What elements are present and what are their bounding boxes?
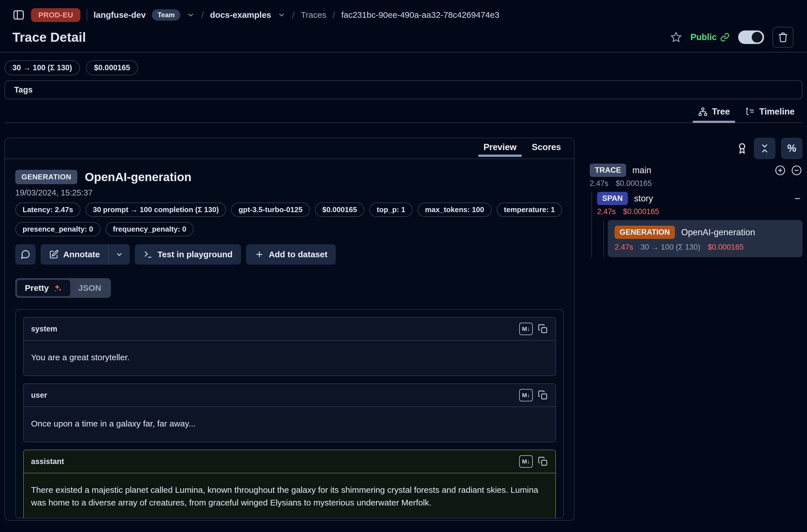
collapse-node-icon[interactable] xyxy=(791,165,803,176)
chevron-down-icon[interactable] xyxy=(187,11,195,19)
parameter-badge: 30 prompt → 100 completion (Σ 130) xyxy=(86,203,226,217)
environment-badge[interactable]: PROD-EU xyxy=(31,8,80,22)
org-type-pill: Team xyxy=(152,9,180,21)
public-share-button[interactable]: Public xyxy=(691,32,730,42)
public-toggle[interactable] xyxy=(738,31,764,44)
bookmark-star-icon[interactable] xyxy=(670,31,682,43)
assistant-paragraph: There existed a majestic planet called L… xyxy=(31,483,548,509)
trace-tokens-badge: 30 → 100 (Σ 130) xyxy=(4,60,80,75)
sidebar-toggle-icon[interactable] xyxy=(13,9,25,21)
parameter-badge: Latency: 2.47s xyxy=(15,203,80,217)
generation-type-badge: GENERATION xyxy=(615,226,675,239)
comment-button[interactable] xyxy=(15,244,36,265)
tags-box[interactable]: Tags xyxy=(4,80,803,99)
trace-cost: $0.000165 xyxy=(616,179,652,188)
markdown-toggle-icon[interactable]: M↓ xyxy=(519,455,533,468)
message-assistant: assistant M↓ There existed a majestic pl… xyxy=(23,450,556,518)
tree-node-span[interactable]: SPAN story xyxy=(597,192,803,205)
tab-timeline-label: Timeline xyxy=(759,107,794,117)
breadcrumb-separator: / xyxy=(201,10,204,20)
annotate-label: Annotate xyxy=(63,250,100,259)
generation-metrics: 2.47s 30 → 100 (Σ 130) $0.000165 xyxy=(615,243,796,252)
title-row: Trace Detail Public xyxy=(13,24,793,51)
tab-preview[interactable]: Preview xyxy=(478,138,522,158)
format-json-segment[interactable]: JSON xyxy=(70,280,109,296)
message-system: system M↓ You are a great storyteller. xyxy=(23,317,556,376)
test-in-playground-button[interactable]: Test in playground xyxy=(135,244,241,265)
collapse-all-button[interactable] xyxy=(754,138,775,159)
observation-card: Preview Scores GENERATION OpenAI-generat… xyxy=(4,138,575,521)
tab-timeline[interactable]: Timeline xyxy=(739,104,801,122)
copy-icon[interactable] xyxy=(538,390,548,400)
playground-label: Test in playground xyxy=(157,250,232,259)
breadcrumb-project[interactable]: docs-examples xyxy=(210,10,271,20)
format-toggle: Pretty JSON xyxy=(15,278,111,298)
span-name: story xyxy=(634,193,653,204)
breadcrumb-separator: / xyxy=(333,10,335,20)
generation-cost: $0.000165 xyxy=(708,243,744,252)
observation-type-badge: GENERATION xyxy=(15,170,77,184)
copy-icon[interactable] xyxy=(538,324,548,334)
timeline-icon xyxy=(745,107,755,117)
edit-icon xyxy=(49,250,59,259)
message-role: assistant xyxy=(31,457,64,466)
metrics-percent-button[interactable]: % xyxy=(781,138,803,159)
sparkles-icon xyxy=(53,283,62,293)
breadcrumb-org[interactable]: langfuse-dev xyxy=(93,10,146,20)
message-role: system xyxy=(31,325,57,334)
span-cost: $0.000165 xyxy=(623,207,659,216)
plus-icon xyxy=(255,250,264,259)
fold-vertical-icon xyxy=(759,143,770,154)
markdown-toggle-icon[interactable]: M↓ xyxy=(519,389,533,401)
panel-tabs: Preview Scores xyxy=(5,138,574,159)
parameter-badge: $0.000165 xyxy=(315,203,364,217)
comment-icon xyxy=(20,249,31,260)
observation-badges-row1: Latency: 2.47s30 prompt → 100 completion… xyxy=(15,203,564,217)
tab-tree[interactable]: Tree xyxy=(692,104,736,122)
chevron-down-icon[interactable] xyxy=(277,11,286,19)
trash-icon xyxy=(778,32,788,43)
breadcrumb-separator: / xyxy=(292,10,295,20)
chevron-down-icon xyxy=(115,250,124,259)
collapse-span-icon[interactable] xyxy=(792,193,803,204)
annotate-dropdown-button[interactable] xyxy=(109,244,130,265)
title-actions: Public xyxy=(670,27,793,48)
message-content: Once upon a time in a galaxy far, far aw… xyxy=(24,407,555,442)
breadcrumb: PROD-EU langfuse-dev Team / docs-example… xyxy=(13,6,793,24)
generation-name: OpenAI-generation xyxy=(681,227,755,238)
format-pretty-segment[interactable]: Pretty xyxy=(17,280,70,296)
annotate-button[interactable]: Annotate xyxy=(41,244,108,265)
top-bar: PROD-EU langfuse-dev Team / docs-example… xyxy=(0,0,807,51)
terminal-icon xyxy=(143,250,153,259)
tags-label: Tags xyxy=(14,85,33,94)
breadcrumb-traces[interactable]: Traces xyxy=(301,10,326,20)
trace-cost-badge: $0.000165 xyxy=(86,60,138,75)
delete-trace-button[interactable] xyxy=(773,27,793,48)
trace-metrics: 2.47s $0.000165 xyxy=(590,179,803,188)
scores-award-icon[interactable] xyxy=(736,142,748,155)
parameter-badge: temperature: 1 xyxy=(496,203,562,217)
header-divider xyxy=(0,52,807,53)
tree-node-trace[interactable]: TRACE main xyxy=(590,164,803,177)
observation-title: OpenAI-generation xyxy=(85,170,191,184)
markdown-toggle-icon[interactable]: M↓ xyxy=(519,323,533,335)
page-title: Trace Detail xyxy=(13,30,86,45)
toggle-knob xyxy=(752,32,763,43)
tree-node-generation-selected[interactable]: GENERATION OpenAI-generation 2.47s 30 → … xyxy=(608,220,803,257)
divider xyxy=(87,9,87,21)
trace-summary-badges: 30 → 100 (Σ 130) $0.000165 xyxy=(4,60,803,75)
public-label: Public xyxy=(691,32,717,42)
tab-scores[interactable]: Scores xyxy=(526,138,567,158)
breadcrumb-trace-id: fac231bc-90ee-490a-aa32-78c4269474e3 xyxy=(341,10,499,20)
copy-icon[interactable] xyxy=(538,456,548,467)
add-to-dataset-label: Add to dataset xyxy=(269,250,327,259)
message-content: You are a great storyteller. xyxy=(24,341,555,376)
add-to-dataset-button[interactable]: Add to dataset xyxy=(246,244,336,265)
pretty-label: Pretty xyxy=(25,283,49,293)
span-type-badge: SPAN xyxy=(597,192,628,205)
expand-all-icon[interactable] xyxy=(774,165,786,176)
trace-latency: 2.47s xyxy=(590,179,608,188)
annotate-split-button: Annotate xyxy=(41,244,130,265)
tab-tree-label: Tree xyxy=(712,107,730,117)
link-icon xyxy=(720,33,730,42)
